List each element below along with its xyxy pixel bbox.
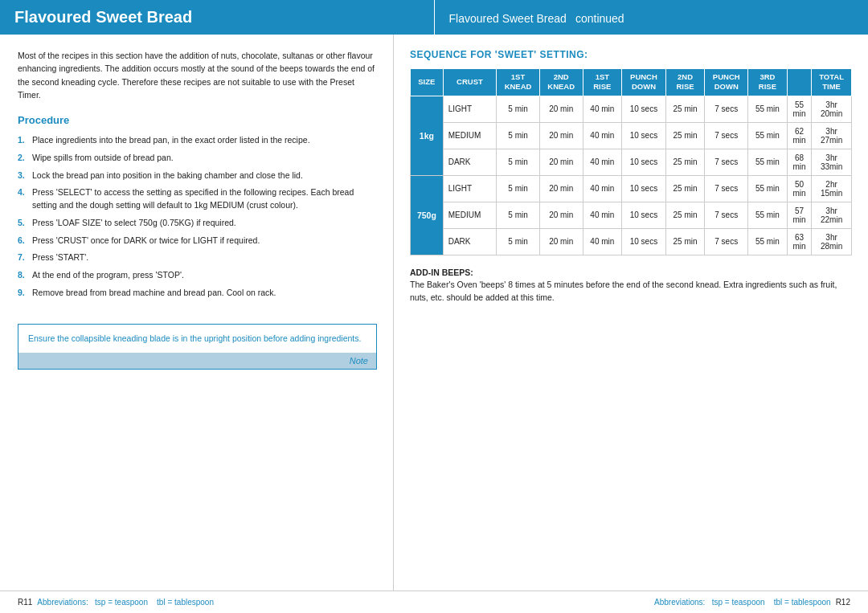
cell-punch2: 7 secs: [705, 228, 748, 255]
cell-knead2: 20 min: [539, 96, 583, 122]
col-rise2: 2NDRISE: [665, 69, 705, 96]
procedure-step-4: 4.Press 'SELECT' to access the setting a…: [18, 186, 377, 212]
col-knead2: 2NDKNEAD: [539, 69, 583, 96]
intro-text: Most of the recipes in this section have…: [18, 49, 377, 101]
cell-total: 3hr33min: [812, 149, 852, 175]
footer-abbr-left: Abbreviations: tsp = teaspoon tbl = tabl…: [37, 598, 214, 607]
cell-knead2: 20 min: [539, 228, 583, 255]
cell-punch1: 10 secs: [622, 202, 666, 228]
cell-total: 3hr20min: [812, 96, 852, 122]
right-column: SEQUENCE FOR 'SWEET' SETTING: SIZE CRUST…: [394, 35, 868, 591]
procedure-step-1: 1.Place ingredients into the bread pan, …: [18, 134, 377, 147]
cell-total: 2hr15min: [812, 175, 852, 202]
cell-rise1: 40 min: [583, 122, 622, 149]
footer: R11 Abbreviations: tsp = teaspoon tbl = …: [0, 591, 868, 613]
col-punch2: PUNCHDOWN: [705, 69, 748, 96]
table-row: MEDIUM5 min20 min40 min10 secs25 min7 se…: [411, 202, 852, 228]
add-in-beeps: ADD-IN BEEPS: The Baker's Oven 'beeps' 8…: [410, 267, 852, 304]
header: Flavoured Sweet Bread Flavoured Sweet Br…: [0, 0, 868, 35]
main-content: Most of the recipes in this section have…: [0, 35, 868, 591]
cell-col9: 63min: [787, 228, 811, 255]
cell-crust: DARK: [443, 149, 497, 175]
cell-rise2: 25 min: [665, 122, 705, 149]
header-left: Flavoured Sweet Bread: [0, 0, 434, 35]
col-knead1: 1STKNEAD: [497, 69, 540, 96]
footer-abbr-right: Abbreviations: tsp = teaspoon tbl = tabl…: [654, 598, 831, 607]
cell-knead1: 5 min: [497, 96, 540, 122]
cell-total: 3hr27min: [812, 122, 852, 149]
col-size: SIZE: [411, 69, 444, 96]
add-in-beeps-title: ADD-IN BEEPS:: [410, 268, 473, 277]
left-column: Most of the recipes in this section have…: [0, 35, 394, 591]
cell-knead2: 20 min: [539, 175, 583, 202]
table-row: DARK5 min20 min40 min10 secs25 min7 secs…: [411, 228, 852, 255]
procedure-step-6: 6.Press 'CRUST' once for DARK or twice f…: [18, 235, 377, 247]
cell-crust: MEDIUM: [443, 202, 497, 228]
cell-knead1: 5 min: [497, 228, 540, 255]
cell-knead1: 5 min: [497, 175, 540, 202]
cell-rise1: 40 min: [583, 149, 622, 175]
cell-crust: DARK: [443, 228, 497, 255]
col-total: TOTALTIME: [812, 69, 852, 96]
procedure-step-5: 5.Press 'LOAF SIZE' to select 750g (0.75…: [18, 217, 377, 230]
cell-punch2: 7 secs: [705, 175, 748, 202]
cell-rise1: 40 min: [583, 202, 622, 228]
sequence-table: SIZE CRUST 1STKNEAD 2NDKNEAD 1STRISE PUN…: [410, 68, 852, 255]
cell-crust: MEDIUM: [443, 122, 497, 149]
table-row: MEDIUM5 min20 min40 min10 secs25 min7 se…: [411, 122, 852, 149]
col-crust: CRUST: [443, 69, 497, 96]
cell-knead1: 5 min: [497, 149, 540, 175]
procedure-step-8: 8.At the end of the program, press 'STOP…: [18, 269, 377, 282]
procedure-step-3: 3.Lock the bread pan into position in th…: [18, 170, 377, 182]
cell-punch2: 7 secs: [705, 202, 748, 228]
cell-total: 3hr28min: [812, 228, 852, 255]
note-box: Ensure the collapsible kneading blade is…: [18, 324, 377, 370]
cell-knead2: 20 min: [539, 122, 583, 149]
page-number-right: R12: [836, 598, 850, 607]
cell-rise3: 55 min: [748, 202, 788, 228]
cell-knead1: 5 min: [497, 122, 540, 149]
cell-rise3: 55 min: [748, 175, 788, 202]
cell-punch2: 7 secs: [705, 149, 748, 175]
left-title: Flavoured Sweet Bread: [14, 8, 192, 26]
cell-rise2: 25 min: [665, 228, 705, 255]
cell-col9: 50min: [787, 175, 811, 202]
table-row: DARK5 min20 min40 min10 secs25 min7 secs…: [411, 149, 852, 175]
cell-punch1: 10 secs: [622, 122, 666, 149]
cell-punch1: 10 secs: [622, 149, 666, 175]
cell-rise3: 55 min: [748, 96, 788, 122]
cell-punch1: 10 secs: [622, 175, 666, 202]
cell-crust: LIGHT: [443, 96, 497, 122]
cell-rise3: 55 min: [748, 228, 788, 255]
procedure-step-2: 2.Wipe spills from outside of bread pan.: [18, 152, 377, 165]
col-extra: [787, 69, 811, 96]
note-content: Ensure the collapsible kneading blade is…: [18, 325, 376, 353]
table-row: 750gLIGHT5 min20 min40 min10 secs25 min7…: [411, 175, 852, 202]
cell-col9: 55min: [787, 96, 811, 122]
page-number-left: R11: [18, 598, 32, 607]
procedure-step-7: 7.Press 'START'.: [18, 251, 377, 264]
note-label: Note: [18, 353, 376, 369]
cell-rise2: 25 min: [665, 202, 705, 228]
cell-knead2: 20 min: [539, 202, 583, 228]
cell-punch1: 10 secs: [622, 96, 666, 122]
cell-rise3: 55 min: [748, 149, 788, 175]
procedure-title: Procedure: [18, 114, 377, 126]
col-punch1: PUNCHDOWN: [622, 69, 666, 96]
footer-left: R11 Abbreviations: tsp = teaspoon tbl = …: [18, 598, 214, 607]
footer-right: Abbreviations: tsp = teaspoon tbl = tabl…: [654, 598, 850, 607]
size-cell: 750g: [411, 175, 444, 255]
table-row: 1kgLIGHT5 min20 min40 min10 secs25 min7 …: [411, 96, 852, 122]
cell-punch2: 7 secs: [705, 122, 748, 149]
cell-punch2: 7 secs: [705, 96, 748, 122]
cell-total: 3hr22min: [812, 202, 852, 228]
procedure-step-9: 9.Remove bread from bread machine and br…: [18, 287, 377, 300]
col-rise3: 3RDRISE: [748, 69, 788, 96]
sequence-title: SEQUENCE FOR 'SWEET' SETTING:: [410, 49, 852, 60]
cell-punch1: 10 secs: [622, 228, 666, 255]
cell-col9: 68min: [787, 149, 811, 175]
cell-rise2: 25 min: [665, 175, 705, 202]
cell-rise2: 25 min: [665, 96, 705, 122]
cell-rise1: 40 min: [583, 228, 622, 255]
procedure-list: 1.Place ingredients into the bread pan, …: [18, 134, 377, 300]
